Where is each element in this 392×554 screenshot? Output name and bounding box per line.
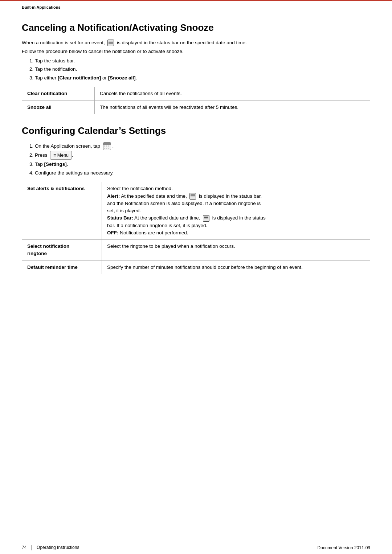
section2-table: Set alerts & notifications Select the no… [22,182,370,274]
step-item: Tap the status bar. [35,57,370,65]
section2-title: Configuring Calendar’s Settings [22,125,370,136]
step-item: On the Application screen, tap . [35,142,370,150]
notification-icon-3 [203,215,209,222]
notification-icon-1 [107,40,114,46]
step-item: Press ≡ Menu. [35,151,370,160]
table-row: Default reminder time Specify the number… [22,260,370,274]
table-row: Select notificationringtone Select the r… [22,240,370,261]
table-cell-label: Select notificationringtone [22,240,102,261]
section1-steps: Tap the status bar. Tap the notification… [35,57,370,82]
calendar-app-icon [103,142,111,150]
table-row: Clear notification Cancels the notificat… [22,87,370,100]
table-cell-desc-complex: Select the notification method. Alert: A… [102,182,370,240]
table-cell-label: Set alerts & notifications [22,182,102,240]
page-container: Built-in Applications Canceling a Notifi… [0,0,392,554]
table-cell-desc: Specify the number of minutes notificati… [102,260,370,274]
main-content: Canceling a Notification/Activating Snoo… [0,11,392,541]
table-row: Snooze all The notifications of all even… [22,100,370,114]
step-item: Tap [Settings]. [35,160,370,168]
doc-version: Document Version 2011-09 [318,545,370,550]
footer: 74 Operating Instructions Document Versi… [0,541,392,554]
menu-button[interactable]: ≡ Menu [50,151,72,160]
table-cell-label: Clear notification [22,87,95,100]
step-item: Tap either [Clear notification] or [Snoo… [35,74,370,82]
section1-table: Clear notification Cancels the notificat… [22,87,370,114]
page-number: 74 [22,545,26,550]
footer-divider [32,545,32,550]
section1-intro2: Follow the procedure below to cancel the… [22,48,370,55]
table-cell-desc: The notifications of all events will be … [95,100,370,114]
table-cell-desc: Cancels the notifications of all events. [95,87,370,100]
header-bar: Built-in Applications [0,0,392,11]
table-cell-label: Default reminder time [22,260,102,274]
step-item: Configure the settings as necessary. [35,169,370,177]
section1-title: Canceling a Notification/Activating Snoo… [22,22,370,33]
section1-intro1: When a notification is set for an event,… [22,39,370,46]
step-item: Tap the notification. [35,65,370,73]
header-label: Built-in Applications [22,5,61,9]
footer-left: 74 Operating Instructions [22,545,79,550]
table-row: Set alerts & notifications Select the no… [22,182,370,240]
notification-icon-2 [189,193,196,200]
table-cell-desc: Select the ringtone to be played when a … [102,240,370,261]
footer-center-label: Operating Instructions [37,545,79,550]
table-cell-label: Snooze all [22,100,95,114]
footer-right: Document Version 2011-09 [318,545,370,550]
section2-steps: On the Application screen, tap . Press ≡… [35,142,370,177]
